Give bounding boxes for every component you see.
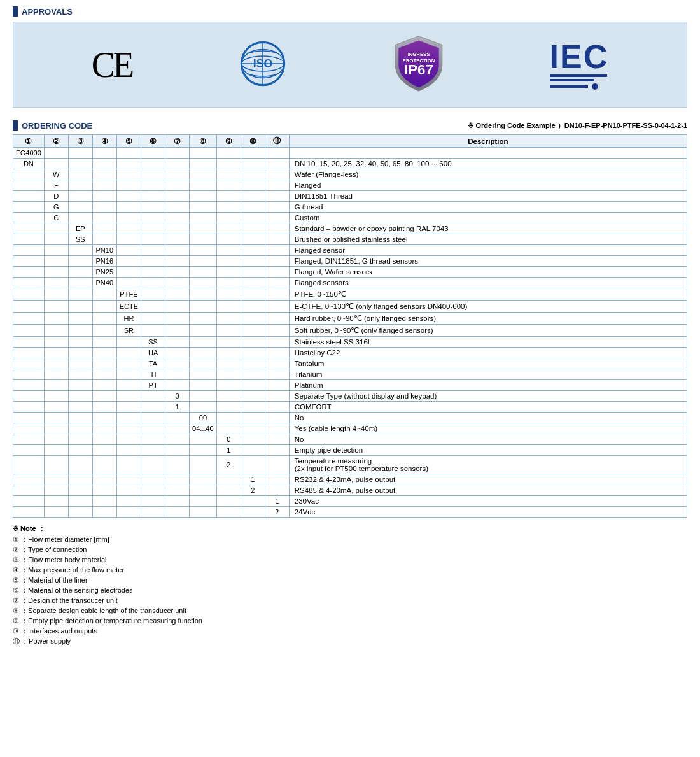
note-item: ⑤ ：Material of the liner: [13, 576, 223, 585]
code-cell: [165, 169, 190, 180]
code-cell: [165, 325, 190, 337]
code-cell: [68, 507, 92, 518]
code-cell: [165, 380, 190, 391]
code-cell: [190, 485, 217, 496]
code-cell: [13, 234, 45, 245]
code-cell: FG4000: [13, 148, 45, 159]
code-cell: [190, 337, 217, 348]
code-cell: HR: [116, 313, 141, 325]
note-item: ⑩ ：Interfaces and outputs: [13, 626, 223, 636]
code-cell: [165, 485, 190, 496]
code-cell: [241, 434, 265, 445]
table-row: SRSoft rubber, 0~90℃ (only flanged senso…: [13, 325, 687, 337]
code-cell: [190, 301, 217, 313]
code-cell: [92, 474, 116, 485]
code-cell: [44, 369, 68, 380]
code-cell: [165, 148, 190, 159]
code-cell: [241, 223, 265, 234]
code-cell: [265, 159, 289, 169]
code-cell: [141, 325, 165, 337]
code-cell: [241, 202, 265, 213]
code-cell: [216, 159, 241, 169]
code-cell: [216, 169, 241, 180]
notes-area: ※ Note ： ① ：Flow meter diameter [mm]② ：T…: [13, 521, 687, 647]
col-header-2: ②: [44, 135, 68, 148]
table-row: WWafer (Flange-less): [13, 169, 687, 180]
code-cell: [92, 402, 116, 413]
code-cell: [241, 507, 265, 518]
code-cell: [165, 369, 190, 380]
code-cell: [44, 348, 68, 358]
code-cell: [190, 223, 217, 234]
code-cell: [68, 169, 92, 180]
code-cell: [68, 485, 92, 496]
code-cell: [44, 474, 68, 485]
table-row: 0Separate Type (without display and keyp…: [13, 391, 687, 402]
code-cell: [68, 402, 92, 413]
code-cell: [141, 202, 165, 213]
code-cell: PTFE: [116, 288, 141, 301]
code-cell: [141, 267, 165, 278]
col-header-10: ⑩: [241, 135, 265, 148]
code-cell: [241, 245, 265, 256]
code-cell: [141, 169, 165, 180]
approvals-title-text: APPROVALS: [22, 7, 73, 17]
code-cell: [44, 313, 68, 325]
code-cell: [241, 456, 265, 474]
code-cell: [141, 313, 165, 325]
code-cell: [44, 402, 68, 413]
code-cell: [265, 369, 289, 380]
code-cell: [92, 191, 116, 202]
code-cell: [216, 234, 241, 245]
code-cell: [92, 423, 116, 434]
code-cell: [241, 496, 265, 507]
code-cell: [265, 348, 289, 358]
code-cell: [190, 245, 217, 256]
code-cell: [241, 325, 265, 337]
table-row: 04...40Yes (cable length 4~40m): [13, 423, 687, 434]
code-cell: [13, 423, 45, 434]
ordering-title: ORDERING CODE: [13, 120, 92, 131]
code-cell: [92, 456, 116, 474]
code-cell: [68, 474, 92, 485]
code-cell: [241, 358, 265, 369]
code-cell: [190, 496, 217, 507]
code-cell: [241, 191, 265, 202]
code-cell: [44, 256, 68, 267]
code-cell: [265, 202, 289, 213]
code-cell: [165, 358, 190, 369]
code-cell: [141, 474, 165, 485]
code-cell: [116, 445, 141, 456]
code-cell: [165, 456, 190, 474]
table-row: 00No: [13, 413, 687, 423]
code-cell: [92, 380, 116, 391]
code-cell: [216, 402, 241, 413]
code-cell: [68, 148, 92, 159]
code-cell: [165, 278, 190, 288]
code-cell: [44, 423, 68, 434]
code-cell: [141, 180, 165, 191]
desc-cell: Flanged sensors: [289, 278, 687, 288]
code-cell: 1: [241, 474, 265, 485]
code-cell: [241, 213, 265, 223]
code-cell: [116, 496, 141, 507]
code-cell: [68, 245, 92, 256]
code-cell: 0: [216, 434, 241, 445]
code-cell: [92, 325, 116, 337]
code-cell: [68, 434, 92, 445]
code-cell: [44, 445, 68, 456]
desc-cell: Temperature measuring (2x input for PT50…: [289, 456, 687, 474]
code-cell: [165, 256, 190, 267]
code-cell: ECTE: [116, 301, 141, 313]
col-header-4: ④: [92, 135, 116, 148]
table-row: PN40Flanged sensors: [13, 278, 687, 288]
code-cell: [265, 245, 289, 256]
code-cell: [190, 507, 217, 518]
code-cell: [165, 496, 190, 507]
code-cell: [265, 413, 289, 423]
code-cell: [13, 213, 45, 223]
code-cell: [165, 423, 190, 434]
code-cell: [116, 223, 141, 234]
code-cell: [92, 288, 116, 301]
code-cell: PN10: [92, 245, 116, 256]
